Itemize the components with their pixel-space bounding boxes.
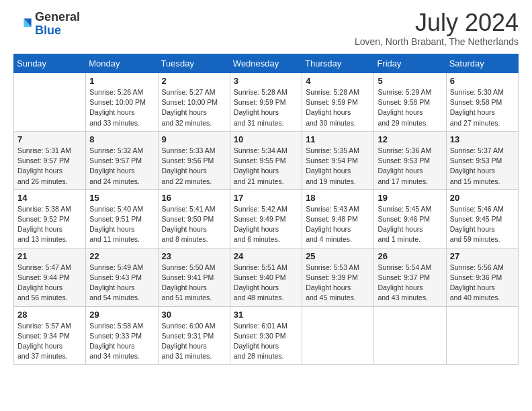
calendar-cell: 22Sunrise: 5:49 AMSunset: 9:43 PMDayligh…	[86, 248, 158, 306]
calendar-cell: 15Sunrise: 5:40 AMSunset: 9:51 PMDayligh…	[86, 189, 158, 248]
calendar-cell: 8Sunrise: 5:32 AMSunset: 9:57 PMDaylight…	[86, 131, 158, 189]
page-header: General Blue July 2024 Loven, North Brab…	[13, 11, 519, 47]
calendar-cell: 1Sunrise: 5:26 AMSunset: 10:00 PMDayligh…	[86, 73, 158, 132]
day-number: 15	[89, 193, 154, 203]
day-info: Sunrise: 5:30 AMSunset: 9:58 PMDaylight …	[450, 87, 515, 128]
calendar-cell: 16Sunrise: 5:41 AMSunset: 9:50 PMDayligh…	[158, 189, 230, 248]
day-info: Sunrise: 5:56 AMSunset: 9:36 PMDaylight …	[450, 263, 515, 304]
day-number: 24	[234, 251, 298, 261]
logo: General Blue	[13, 11, 80, 38]
day-number: 31	[234, 310, 298, 320]
day-info: Sunrise: 5:53 AMSunset: 9:39 PMDaylight …	[306, 263, 370, 304]
calendar-cell: 23Sunrise: 5:50 AMSunset: 9:41 PMDayligh…	[158, 248, 230, 306]
weekday-header: Friday	[374, 54, 446, 73]
calendar-week-row: 14Sunrise: 5:38 AMSunset: 9:52 PMDayligh…	[14, 189, 519, 248]
calendar-week-row: 1Sunrise: 5:26 AMSunset: 10:00 PMDayligh…	[14, 73, 519, 132]
calendar-table: SundayMondayTuesdayWednesdayThursdayFrid…	[13, 54, 519, 365]
calendar-cell: 20Sunrise: 5:46 AMSunset: 9:45 PMDayligh…	[446, 189, 518, 248]
day-number: 9	[162, 134, 226, 144]
day-info: Sunrise: 5:50 AMSunset: 9:41 PMDaylight …	[162, 263, 226, 304]
day-info: Sunrise: 5:28 AMSunset: 9:59 PMDaylight …	[306, 87, 370, 128]
day-info: Sunrise: 5:33 AMSunset: 9:56 PMDaylight …	[162, 146, 226, 187]
weekday-header: Monday	[86, 54, 158, 73]
day-number: 13	[450, 134, 515, 144]
day-number: 29	[89, 310, 154, 320]
calendar-cell: 9Sunrise: 5:33 AMSunset: 9:56 PMDaylight…	[158, 131, 230, 189]
day-info: Sunrise: 5:46 AMSunset: 9:45 PMDaylight …	[450, 204, 515, 245]
logo-blue: Blue	[35, 24, 80, 38]
calendar-cell	[14, 73, 86, 132]
day-info: Sunrise: 5:36 AMSunset: 9:53 PMDaylight …	[378, 146, 442, 187]
day-number: 7	[17, 134, 82, 144]
calendar-cell: 13Sunrise: 5:37 AMSunset: 9:53 PMDayligh…	[446, 131, 518, 189]
day-number: 11	[306, 134, 370, 144]
day-info: Sunrise: 5:26 AMSunset: 10:00 PMDaylight…	[89, 87, 154, 128]
day-info: Sunrise: 5:41 AMSunset: 9:50 PMDaylight …	[162, 204, 226, 245]
weekday-header: Thursday	[302, 54, 374, 73]
calendar-cell: 3Sunrise: 5:28 AMSunset: 9:59 PMDaylight…	[230, 73, 302, 132]
title-block: July 2024 Loven, North Brabant, The Neth…	[355, 11, 519, 47]
day-info: Sunrise: 5:35 AMSunset: 9:54 PMDaylight …	[306, 146, 370, 187]
month-title: July 2024	[355, 11, 519, 35]
day-info: Sunrise: 5:37 AMSunset: 9:53 PMDaylight …	[450, 146, 515, 187]
day-info: Sunrise: 6:00 AMSunset: 9:31 PMDaylight …	[162, 321, 226, 362]
weekday-header: Tuesday	[158, 54, 230, 73]
day-info: Sunrise: 5:45 AMSunset: 9:46 PMDaylight …	[378, 204, 442, 245]
logo-general: General	[35, 11, 80, 24]
calendar-cell: 11Sunrise: 5:35 AMSunset: 9:54 PMDayligh…	[302, 131, 374, 189]
day-info: Sunrise: 5:28 AMSunset: 9:59 PMDaylight …	[234, 87, 298, 128]
day-number: 18	[306, 193, 370, 203]
day-info: Sunrise: 5:47 AMSunset: 9:44 PMDaylight …	[17, 263, 82, 304]
day-info: Sunrise: 5:51 AMSunset: 9:40 PMDaylight …	[234, 263, 298, 304]
day-number: 25	[306, 251, 370, 261]
logo-text: General Blue	[35, 11, 80, 38]
day-number: 19	[378, 193, 442, 203]
day-number: 16	[162, 193, 226, 203]
day-number: 4	[306, 76, 370, 86]
day-info: Sunrise: 5:43 AMSunset: 9:48 PMDaylight …	[306, 204, 370, 245]
weekday-header: Saturday	[446, 54, 518, 73]
day-number: 30	[162, 310, 226, 320]
day-number: 27	[450, 251, 515, 261]
calendar-cell: 18Sunrise: 5:43 AMSunset: 9:48 PMDayligh…	[302, 189, 374, 248]
day-number: 26	[378, 251, 442, 261]
day-number: 5	[378, 76, 442, 86]
day-number: 22	[89, 251, 154, 261]
day-info: Sunrise: 5:27 AMSunset: 10:00 PMDaylight…	[162, 87, 226, 128]
calendar-cell: 14Sunrise: 5:38 AMSunset: 9:52 PMDayligh…	[14, 189, 86, 248]
day-number: 12	[378, 134, 442, 144]
calendar-week-row: 28Sunrise: 5:57 AMSunset: 9:34 PMDayligh…	[14, 306, 519, 365]
calendar-cell: 24Sunrise: 5:51 AMSunset: 9:40 PMDayligh…	[230, 248, 302, 306]
day-number: 6	[450, 76, 515, 86]
calendar-cell: 26Sunrise: 5:54 AMSunset: 9:37 PMDayligh…	[374, 248, 446, 306]
day-number: 8	[89, 134, 154, 144]
calendar-cell: 12Sunrise: 5:36 AMSunset: 9:53 PMDayligh…	[374, 131, 446, 189]
calendar-cell	[374, 306, 446, 365]
day-info: Sunrise: 5:57 AMSunset: 9:34 PMDaylight …	[17, 321, 82, 362]
weekday-header: Wednesday	[230, 54, 302, 73]
calendar-week-row: 21Sunrise: 5:47 AMSunset: 9:44 PMDayligh…	[14, 248, 519, 306]
calendar-cell: 2Sunrise: 5:27 AMSunset: 10:00 PMDayligh…	[158, 73, 230, 132]
calendar-cell: 4Sunrise: 5:28 AMSunset: 9:59 PMDaylight…	[302, 73, 374, 132]
day-number: 1	[89, 76, 154, 86]
weekday-header: Sunday	[14, 54, 86, 73]
day-info: Sunrise: 5:38 AMSunset: 9:52 PMDaylight …	[17, 204, 82, 245]
calendar-cell	[302, 306, 374, 365]
day-number: 14	[17, 193, 82, 203]
day-number: 28	[17, 310, 82, 320]
calendar-cell: 29Sunrise: 5:58 AMSunset: 9:33 PMDayligh…	[86, 306, 158, 365]
day-info: Sunrise: 5:29 AMSunset: 9:58 PMDaylight …	[378, 87, 442, 128]
calendar-cell: 28Sunrise: 5:57 AMSunset: 9:34 PMDayligh…	[14, 306, 86, 365]
calendar-week-row: 7Sunrise: 5:31 AMSunset: 9:57 PMDaylight…	[14, 131, 519, 189]
calendar-cell: 31Sunrise: 6:01 AMSunset: 9:30 PMDayligh…	[230, 306, 302, 365]
calendar-cell: 10Sunrise: 5:34 AMSunset: 9:55 PMDayligh…	[230, 131, 302, 189]
day-info: Sunrise: 6:01 AMSunset: 9:30 PMDaylight …	[234, 321, 298, 362]
day-number: 2	[162, 76, 226, 86]
day-info: Sunrise: 5:32 AMSunset: 9:57 PMDaylight …	[89, 146, 154, 187]
day-info: Sunrise: 5:49 AMSunset: 9:43 PMDaylight …	[89, 263, 154, 304]
calendar-cell: 6Sunrise: 5:30 AMSunset: 9:58 PMDaylight…	[446, 73, 518, 132]
calendar-cell: 25Sunrise: 5:53 AMSunset: 9:39 PMDayligh…	[302, 248, 374, 306]
calendar-cell	[446, 306, 518, 365]
day-number: 21	[17, 251, 82, 261]
day-number: 10	[234, 134, 298, 144]
